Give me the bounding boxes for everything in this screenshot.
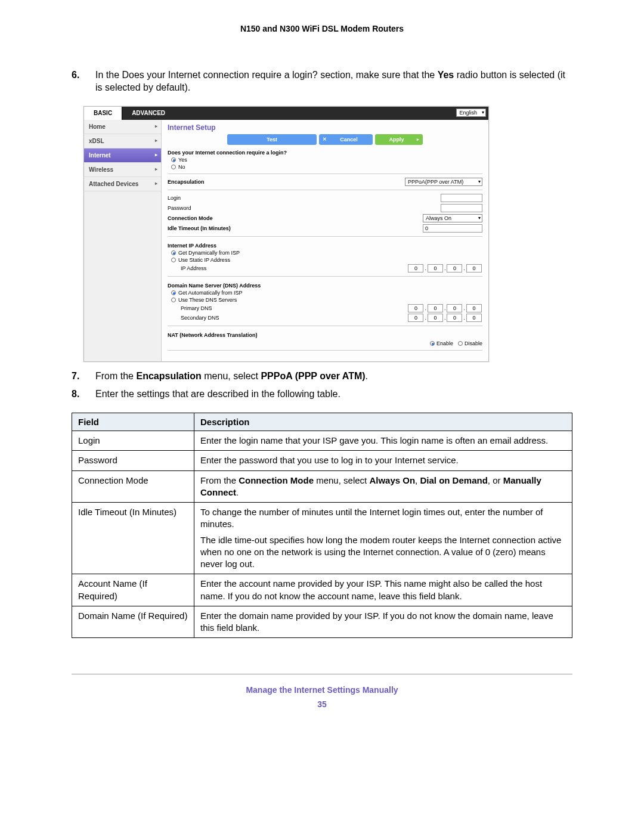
step-bold: Encapsulation <box>136 371 201 381</box>
idle-label: Idle Timeout (In Minutes) <box>168 225 423 231</box>
sidebar-item-home[interactable]: Home <box>84 120 161 134</box>
dns-octet-input[interactable]: 0 <box>428 314 443 322</box>
table-row: Password Enter the password that you use… <box>72 451 572 470</box>
step-text: Enter the settings that are described in… <box>95 389 340 399</box>
sidebar-item-wireless[interactable]: Wireless <box>84 163 161 177</box>
dns-octet-input[interactable]: 0 <box>408 314 423 322</box>
doc-title: N150 and N300 WiFi DSL Modem Routers <box>72 24 572 33</box>
sidebar-item-attached[interactable]: Attached Devices <box>84 177 161 191</box>
table-row: Connection Mode From the Connection Mode… <box>72 470 572 503</box>
fields-table: Field Description Login Enter the login … <box>72 413 572 638</box>
radio-icon <box>171 298 176 302</box>
step-num: 8. <box>72 388 79 401</box>
test-button[interactable]: Test <box>227 134 317 145</box>
page-number: 35 <box>72 699 572 709</box>
sidebar-item-xdsl[interactable]: xDSL <box>84 134 161 148</box>
radio-label: Enable <box>436 340 453 346</box>
password-label: Password <box>168 205 441 211</box>
step-7: 7. From the Encapsulation menu, select P… <box>72 370 572 383</box>
radio-icon <box>430 341 435 346</box>
ipaddr-label: IP Address <box>181 265 407 271</box>
dns-octet-input[interactable]: 0 <box>466 304 482 312</box>
cell-field: Domain Name (If Required) <box>72 606 194 638</box>
idle-input[interactable]: 0 <box>423 224 482 233</box>
cell-field: Password <box>72 451 194 470</box>
cell-desc: Enter the account name provided by your … <box>194 574 572 606</box>
radio-dyn-ip[interactable]: Get Dynamically from ISP <box>171 250 482 256</box>
tab-basic[interactable]: BASIC <box>84 107 122 120</box>
radio-label: Disable <box>465 340 482 346</box>
secondary-dns-label: Secondary DNS <box>181 315 407 321</box>
table-row: Login Enter the login name that your ISP… <box>72 431 572 451</box>
login-label: Login <box>168 195 441 201</box>
radio-label: Get Dynamically from ISP <box>178 250 240 256</box>
radio-yes[interactable]: Yes <box>171 157 482 163</box>
login-question: Does your Internet connection require a … <box>168 150 482 156</box>
step-6: 6. In the Does your Internet connection … <box>72 69 572 94</box>
step-bold: Yes <box>438 70 454 80</box>
radio-label: Get Automatically from ISP <box>178 290 243 296</box>
radio-label: Use These DNS Servers <box>178 297 237 303</box>
cell-desc: From the Connection Mode menu, select Al… <box>194 470 572 503</box>
radio-icon <box>171 258 176 262</box>
primary-dns-label: Primary DNS <box>181 305 407 311</box>
cell-field: Account Name (If Required) <box>72 574 194 606</box>
sidebar-item-internet[interactable]: Internet <box>84 148 161 163</box>
radio-icon <box>171 250 176 255</box>
dns-octet-input[interactable]: 0 <box>466 314 482 322</box>
main-panel: Internet Setup Test Cancel Apply Does yo… <box>162 120 488 361</box>
connmode-label: Connection Mode <box>168 215 423 221</box>
step-num: 7. <box>72 370 79 383</box>
footer-title: Manage the Internet Settings Manually <box>72 685 572 695</box>
table-row: Account Name (If Required) Enter the acc… <box>72 574 572 606</box>
cell-desc: Enter the password that you use to log i… <box>194 451 572 470</box>
radio-icon <box>171 165 176 169</box>
table-row: Idle Timeout (In Minutes) To change the … <box>72 503 572 574</box>
radio-auto-dns[interactable]: Get Automatically from ISP <box>171 290 482 296</box>
login-input[interactable] <box>441 194 482 202</box>
cancel-button[interactable]: Cancel <box>319 134 373 145</box>
radio-nat-enable[interactable]: Enable <box>430 340 453 346</box>
step-8: 8. Enter the settings that are described… <box>72 388 572 401</box>
cell-desc: To change the number of minutes until th… <box>194 503 572 574</box>
radio-label: Use Static IP Address <box>178 257 230 263</box>
dns-octet-input[interactable]: 0 <box>428 304 443 312</box>
radio-no[interactable]: No <box>171 164 482 170</box>
dns-octet-input[interactable]: 0 <box>447 304 462 312</box>
cell-field: Idle Timeout (In Minutes) <box>72 503 194 574</box>
cell-desc: Enter the login name that your ISP gave … <box>194 431 572 451</box>
connmode-select[interactable]: Always On <box>423 214 482 222</box>
cell-field: Login <box>72 431 194 451</box>
tab-advanced[interactable]: ADVANCED <box>122 107 175 120</box>
th-field: Field <box>72 413 194 431</box>
top-tab-bar: BASIC ADVANCED English <box>84 107 488 120</box>
step-text: . <box>366 371 368 381</box>
radio-icon <box>458 341 463 346</box>
radio-use-dns[interactable]: Use These DNS Servers <box>171 297 482 303</box>
ip-octet-input[interactable]: 0 <box>447 264 462 272</box>
encap-label: Encapsulation <box>168 179 405 185</box>
dns-section-title: Domain Name Server (DNS) Address <box>168 283 482 289</box>
dns-octet-input[interactable]: 0 <box>447 314 462 322</box>
cell-field: Connection Mode <box>72 470 194 503</box>
th-desc: Description <box>194 413 572 431</box>
radio-label: No <box>178 164 185 170</box>
apply-button[interactable]: Apply <box>375 134 423 145</box>
password-input[interactable] <box>441 204 482 212</box>
footer-rule <box>72 674 572 674</box>
radio-static-ip[interactable]: Use Static IP Address <box>171 257 482 263</box>
encap-select[interactable]: PPPoA(PPP over ATM) <box>405 178 482 186</box>
dns-octet-input[interactable]: 0 <box>408 304 423 312</box>
ip-octet-input[interactable]: 0 <box>466 264 482 272</box>
language-select[interactable]: English <box>456 109 486 117</box>
step-text: In the Does your Internet connection req… <box>95 70 438 80</box>
step-text: menu, select <box>202 371 261 381</box>
radio-nat-disable[interactable]: Disable <box>458 340 482 346</box>
nat-section-title: NAT (Network Address Translation) <box>168 332 482 338</box>
step-num: 6. <box>72 69 79 82</box>
panel-title: Internet Setup <box>168 123 482 132</box>
sidebar: Home xDSL Internet Wireless Attached Dev… <box>84 120 162 361</box>
ip-section-title: Internet IP Address <box>168 243 482 249</box>
ip-octet-input[interactable]: 0 <box>408 264 423 272</box>
ip-octet-input[interactable]: 0 <box>428 264 443 272</box>
